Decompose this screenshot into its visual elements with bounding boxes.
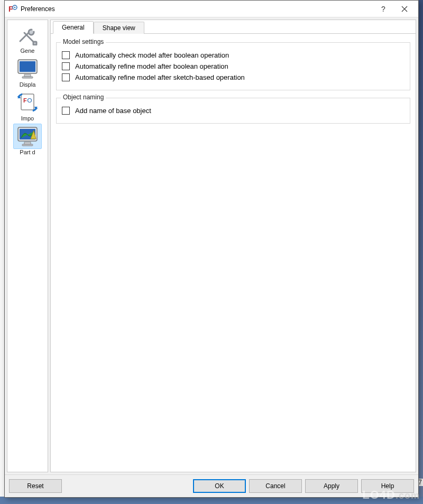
sidebar: Gene Displa [7,20,48,472]
svg-rect-9 [22,77,33,78]
svg-text:F: F [8,5,13,13]
svg-rect-18 [22,144,33,146]
monitor-icon [15,58,40,80]
svg-rect-7 [20,61,35,72]
tools-icon [16,24,39,45]
checkbox-label: Automatically refine model after sketch-… [75,73,245,81]
checkbox-auto-check-boolean[interactable]: Automatically check model after boolean … [62,51,404,59]
content-area: Gene Displa [5,17,418,474]
sidebar-item-label: Gene [8,48,47,54]
checkbox-icon [62,73,70,81]
sidebar-item-import[interactable]: F Impo [7,88,48,122]
app-icon: F [8,4,17,14]
close-button[interactable] [394,1,415,17]
group-title: Model settings [61,38,106,45]
checkbox-icon [62,107,70,115]
close-icon [401,6,408,12]
help-button[interactable]: ? [373,1,394,17]
checkbox-auto-refine-sketch[interactable]: Automatically refine model after sketch-… [62,73,404,81]
checkbox-icon [62,62,70,70]
background-bottom-bar [0,497,423,504]
help-button-bottom[interactable]: Help [361,479,414,493]
reset-button[interactable]: Reset [9,479,62,493]
apply-button[interactable]: Apply [305,479,358,493]
group-model-settings: Model settings Automatically check model… [56,42,410,90]
sidebar-item-label: Part d [8,149,47,155]
sidebar-item-display[interactable]: Displa [7,54,48,88]
checkbox-add-base-name[interactable]: Add name of base object [62,107,404,115]
svg-text:F: F [23,97,27,104]
group-title: Object naming [61,94,106,101]
checkbox-auto-refine-boolean[interactable]: Automatically refine model after boolean… [62,62,404,70]
preferences-dialog: F Preferences ? [4,0,419,498]
tab-general[interactable]: General [53,21,94,34]
svg-rect-17 [24,142,31,144]
group-object-naming: Object naming Add name of base object [56,98,410,124]
tab-bar: General Shape view [51,20,416,34]
checkbox-label: Automatically check model after boolean … [75,51,229,59]
checkbox-label: Add name of base object [75,107,151,115]
checkbox-icon [62,51,70,59]
svg-rect-8 [24,74,31,77]
sidebar-item-label: Displa [8,81,47,88]
part-design-icon [15,125,40,147]
main-panel: General Shape view Model settings Automa… [50,20,416,472]
svg-rect-5 [33,42,36,45]
dialog-button-row: Reset OK Cancel Apply Help [5,474,418,497]
tab-shape-view[interactable]: Shape view [94,22,144,34]
window-title: Preferences [21,5,373,13]
sidebar-item-part-design[interactable]: Part d [7,122,48,155]
import-export-icon: F [15,91,40,114]
sidebar-item-label: Impo [8,115,47,122]
tab-content-general: Model settings Automatically check model… [51,34,416,136]
titlebar: F Preferences ? [5,1,418,17]
cancel-button[interactable]: Cancel [249,479,302,493]
checkbox-label: Automatically refine model after boolean… [75,62,228,70]
svg-point-2 [14,6,16,8]
button-spacer [65,479,190,493]
ok-button[interactable]: OK [193,479,246,493]
sidebar-item-general[interactable]: Gene [7,20,48,54]
